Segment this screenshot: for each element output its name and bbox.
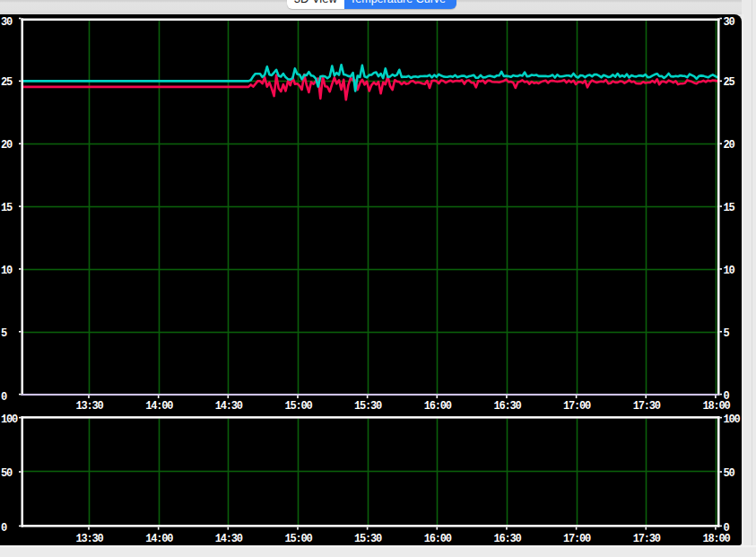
svg-text:15: 15 [1,202,13,214]
svg-text:20: 20 [1,139,13,152]
svg-text:10: 10 [724,265,735,277]
svg-text:15:30: 15:30 [354,400,382,413]
svg-text:16:30: 16:30 [493,400,521,413]
svg-text:50: 50 [724,467,735,480]
svg-text:0: 0 [1,522,7,535]
svg-text:17:30: 17:30 [633,400,661,413]
svg-text:15:00: 15:00 [284,533,312,545]
svg-text:13:30: 13:30 [75,400,103,413]
svg-text:16:00: 16:00 [424,533,452,545]
svg-text:25: 25 [724,76,735,89]
svg-text:5: 5 [724,327,730,340]
svg-text:25: 25 [1,76,13,89]
svg-text:100: 100 [1,413,18,426]
svg-text:13:30: 13:30 [75,533,103,545]
svg-text:100: 100 [724,413,741,426]
svg-text:16:00: 16:00 [424,400,452,413]
svg-text:18:00: 18:00 [702,533,730,545]
svg-text:15:30: 15:30 [354,533,382,545]
svg-text:14:30: 14:30 [215,400,243,413]
svg-text:16:30: 16:30 [493,533,521,545]
svg-text:50: 50 [1,467,13,480]
svg-text:15: 15 [724,202,735,214]
svg-text:14:00: 14:00 [145,533,173,545]
svg-text:30: 30 [724,16,735,29]
svg-text:14:30: 14:30 [215,533,243,545]
svg-text:17:00: 17:00 [563,400,591,413]
svg-text:14:00: 14:00 [145,400,173,413]
svg-text:30: 30 [1,16,13,29]
svg-text:17:30: 17:30 [633,533,661,545]
svg-text:0: 0 [1,391,7,404]
svg-text:18:00: 18:00 [702,400,730,413]
svg-text:15:00: 15:00 [284,400,312,413]
svg-text:20: 20 [724,139,735,152]
svg-text:10: 10 [1,265,13,277]
svg-text:17:00: 17:00 [563,533,591,545]
svg-text:5: 5 [1,327,7,340]
